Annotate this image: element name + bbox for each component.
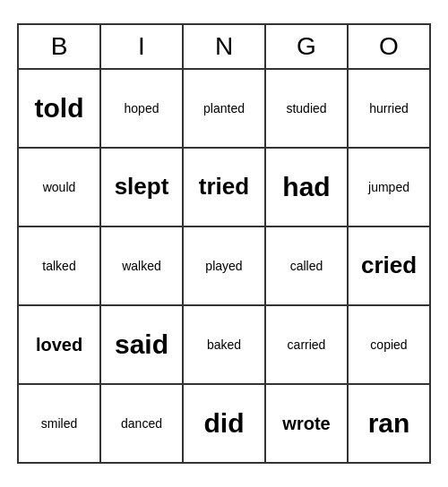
bingo-cell-1-2: tried [184, 149, 266, 227]
bingo-cell-0-4: hurried [349, 70, 431, 149]
bingo-cell-3-3: carried [266, 306, 349, 385]
bingo-cell-3-4: copied [349, 306, 431, 385]
bingo-cell-0-1: hoped [101, 70, 184, 149]
bingo-cell-3-0: loved [19, 306, 101, 385]
bingo-cell-2-0: talked [19, 227, 101, 306]
bingo-board: BINGO toldhopedplantedstudiedhurriedwoul… [17, 23, 431, 464]
bingo-cell-4-3: wrote [266, 385, 349, 464]
header-letter-o: O [349, 25, 431, 70]
header-letter-b: B [19, 25, 101, 70]
bingo-row-4: smileddanceddidwroteran [19, 385, 431, 464]
bingo-cell-2-2: played [184, 227, 266, 306]
bingo-cell-0-3: studied [266, 70, 349, 149]
bingo-grid: toldhopedplantedstudiedhurriedwouldslept… [19, 70, 431, 464]
bingo-cell-1-1: slept [101, 149, 184, 227]
bingo-cell-2-3: called [266, 227, 349, 306]
bingo-cell-4-4: ran [349, 385, 431, 464]
bingo-cell-0-0: told [19, 70, 101, 149]
bingo-cell-1-3: had [266, 149, 349, 227]
bingo-cell-4-0: smiled [19, 385, 101, 464]
bingo-cell-0-2: planted [184, 70, 266, 149]
bingo-row-0: toldhopedplantedstudiedhurried [19, 70, 431, 149]
bingo-cell-4-1: danced [101, 385, 184, 464]
bingo-header: BINGO [19, 25, 431, 70]
bingo-row-1: wouldslepttriedhadjumped [19, 149, 431, 227]
bingo-cell-2-4: cried [349, 227, 431, 306]
bingo-cell-4-2: did [184, 385, 266, 464]
bingo-cell-1-0: would [19, 149, 101, 227]
header-letter-n: N [184, 25, 266, 70]
bingo-row-2: talkedwalkedplayedcalledcried [19, 227, 431, 306]
bingo-row-3: lovedsaidbakedcarriedcopied [19, 306, 431, 385]
bingo-cell-3-1: said [101, 306, 184, 385]
header-letter-g: G [266, 25, 349, 70]
header-letter-i: I [101, 25, 184, 70]
bingo-cell-1-4: jumped [349, 149, 431, 227]
bingo-cell-2-1: walked [101, 227, 184, 306]
bingo-cell-3-2: baked [184, 306, 266, 385]
